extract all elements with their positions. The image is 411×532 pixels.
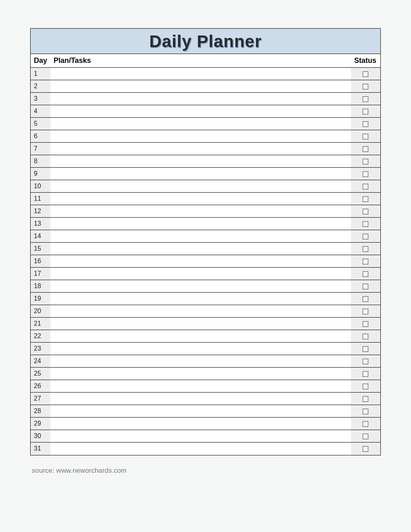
- day-number: 8: [31, 155, 50, 168]
- task-cell[interactable]: [50, 280, 351, 293]
- status-checkbox[interactable]: [363, 96, 368, 102]
- task-cell[interactable]: [50, 93, 351, 105]
- task-cell[interactable]: [50, 355, 351, 368]
- page-title: Daily Planner: [149, 32, 262, 51]
- status-checkbox[interactable]: [363, 171, 368, 177]
- status-checkbox[interactable]: [363, 296, 368, 302]
- table-row: 31: [31, 443, 380, 455]
- status-checkbox[interactable]: [363, 71, 368, 77]
- status-cell: [351, 255, 380, 268]
- status-checkbox[interactable]: [363, 234, 368, 239]
- day-number: 6: [31, 130, 50, 143]
- task-cell[interactable]: [50, 268, 351, 280]
- status-checkbox[interactable]: [363, 184, 368, 189]
- status-checkbox[interactable]: [363, 309, 368, 314]
- column-header-status: Status: [351, 54, 380, 68]
- table-row: 16: [31, 255, 380, 268]
- status-checkbox[interactable]: [363, 434, 368, 439]
- task-cell[interactable]: [50, 130, 351, 143]
- status-checkbox[interactable]: [363, 346, 368, 352]
- status-cell: [351, 430, 380, 443]
- day-number: 13: [31, 218, 50, 230]
- task-cell[interactable]: [50, 155, 351, 168]
- status-checkbox[interactable]: [363, 196, 368, 202]
- status-checkbox[interactable]: [363, 446, 368, 452]
- status-checkbox[interactable]: [363, 221, 368, 227]
- table-row: 6: [31, 130, 380, 143]
- table-row: 11: [31, 193, 380, 205]
- status-cell: [351, 280, 380, 293]
- status-checkbox[interactable]: [363, 284, 368, 289]
- table-row: 18: [31, 280, 380, 293]
- task-cell[interactable]: [50, 80, 351, 93]
- status-cell: [351, 405, 380, 418]
- table-row: 22: [31, 330, 380, 343]
- status-cell: [351, 243, 380, 255]
- task-cell[interactable]: [50, 180, 351, 193]
- planner-table: Day Plan/Tasks Status 123456789101112131…: [31, 54, 380, 455]
- status-checkbox[interactable]: [363, 371, 368, 377]
- table-row: 29: [31, 418, 380, 430]
- status-checkbox[interactable]: [363, 384, 368, 389]
- status-checkbox[interactable]: [363, 109, 368, 114]
- table-row: 25: [31, 368, 380, 380]
- task-cell[interactable]: [50, 330, 351, 343]
- task-cell[interactable]: [50, 205, 351, 218]
- status-cell: [351, 93, 380, 105]
- status-checkbox[interactable]: [363, 159, 368, 164]
- status-checkbox[interactable]: [363, 421, 368, 427]
- status-checkbox[interactable]: [363, 209, 368, 214]
- task-cell[interactable]: [50, 143, 351, 155]
- table-row: 4: [31, 105, 380, 118]
- task-cell[interactable]: [50, 430, 351, 443]
- status-cell: [351, 230, 380, 243]
- table-row: 20: [31, 305, 380, 318]
- status-checkbox[interactable]: [363, 246, 368, 252]
- status-checkbox[interactable]: [363, 121, 368, 127]
- task-cell[interactable]: [50, 255, 351, 268]
- status-checkbox[interactable]: [363, 359, 368, 364]
- status-cell: [351, 305, 380, 318]
- status-checkbox[interactable]: [363, 134, 368, 139]
- table-row: 2: [31, 80, 380, 93]
- task-cell[interactable]: [50, 380, 351, 393]
- task-cell[interactable]: [50, 393, 351, 405]
- task-cell[interactable]: [50, 418, 351, 430]
- task-cell[interactable]: [50, 305, 351, 318]
- task-cell[interactable]: [50, 218, 351, 230]
- table-row: 26: [31, 380, 380, 393]
- status-checkbox[interactable]: [363, 259, 368, 264]
- task-cell[interactable]: [50, 293, 351, 305]
- task-cell[interactable]: [50, 68, 351, 80]
- day-number: 29: [31, 418, 50, 430]
- status-checkbox[interactable]: [363, 396, 368, 402]
- task-cell[interactable]: [50, 105, 351, 118]
- task-cell[interactable]: [50, 318, 351, 330]
- status-cell: [351, 443, 380, 455]
- status-checkbox[interactable]: [363, 146, 368, 152]
- task-cell[interactable]: [50, 243, 351, 255]
- status-checkbox[interactable]: [363, 409, 368, 414]
- task-cell[interactable]: [50, 168, 351, 180]
- status-checkbox[interactable]: [363, 84, 368, 89]
- task-cell[interactable]: [50, 118, 351, 130]
- task-cell[interactable]: [50, 405, 351, 418]
- task-cell[interactable]: [50, 230, 351, 243]
- column-header-tasks: Plan/Tasks: [50, 54, 351, 68]
- status-checkbox[interactable]: [363, 334, 368, 339]
- status-checkbox[interactable]: [363, 321, 368, 327]
- table-row: 14: [31, 230, 380, 243]
- day-number: 30: [31, 430, 50, 443]
- day-number: 25: [31, 368, 50, 380]
- table-row: 9: [31, 168, 380, 180]
- table-row: 7: [31, 143, 380, 155]
- status-cell: [351, 118, 380, 130]
- task-cell[interactable]: [50, 193, 351, 205]
- status-cell: [351, 293, 380, 305]
- day-number: 22: [31, 330, 50, 343]
- task-cell[interactable]: [50, 343, 351, 355]
- status-checkbox[interactable]: [363, 271, 368, 277]
- task-cell[interactable]: [50, 368, 351, 380]
- task-cell[interactable]: [50, 443, 351, 455]
- table-row: 1: [31, 68, 380, 80]
